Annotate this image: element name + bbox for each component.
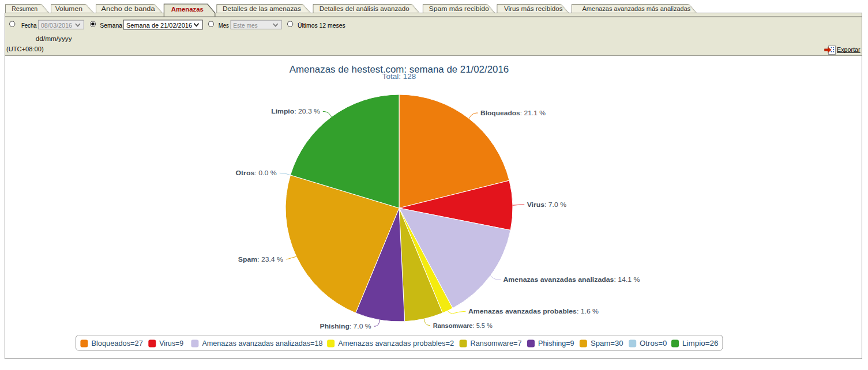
svg-text:dd/mm/yyyy: dd/mm/yyyy	[36, 35, 72, 42]
svg-text:Virus: 7.0 %: Virus: 7.0 %	[527, 201, 567, 208]
svg-text:Mes: Mes	[219, 22, 229, 29]
svg-text:Phishing: 7.0 %: Phishing: 7.0 %	[320, 323, 371, 330]
svg-text:Bloqueados: 21.1 %: Bloqueados: 21.1 %	[480, 110, 546, 116]
svg-text:Resumen: Resumen	[12, 5, 37, 12]
svg-text:Detalles del análisis avanzado: Detalles del análisis avanzado	[320, 5, 409, 12]
svg-text:Últimos 12 meses: Últimos 12 meses	[298, 22, 345, 29]
svg-text:Detalles de las amenazas: Detalles de las amenazas	[223, 5, 301, 12]
svg-text:Amenazas avanzadas analizadas=: Amenazas avanzadas analizadas=18	[202, 339, 322, 348]
svg-text:08/03/2016: 08/03/2016	[41, 22, 73, 29]
svg-text:Amenazas avanzadas más analiza: Amenazas avanzadas más analizadas	[583, 5, 691, 12]
svg-text:Virus=9: Virus=9	[159, 339, 183, 348]
svg-text:Limpio: 20.3 %: Limpio: 20.3 %	[271, 108, 320, 115]
svg-text:Otros: 0.0 %: Otros: 0.0 %	[235, 169, 277, 176]
svg-text:Virus más recibidos: Virus más recibidos	[504, 5, 563, 12]
svg-text:Este mes: Este mes	[233, 22, 258, 29]
svg-text:Spam=30: Spam=30	[591, 339, 623, 348]
svg-text:Ransomware=7: Ransomware=7	[471, 339, 522, 348]
svg-text:Spam más recibido: Spam más recibido	[429, 5, 489, 12]
svg-text:Amenazas avanzadas probables=2: Amenazas avanzadas probables=2	[338, 339, 454, 348]
svg-text:Spam: 23.4 %: Spam: 23.4 %	[238, 256, 283, 263]
svg-text:Ancho de banda: Ancho de banda	[102, 5, 156, 12]
svg-text:Semana: Semana	[100, 22, 123, 29]
svg-text:Total: 128: Total: 128	[382, 73, 416, 81]
svg-text:Volumen: Volumen	[55, 5, 82, 12]
svg-text:(UTC+08:00): (UTC+08:00)	[6, 46, 44, 52]
svg-text:Amenazas avanzadas probables:: Amenazas avanzadas probables: 1.6 %	[468, 308, 599, 315]
svg-text:Otros=0: Otros=0	[640, 339, 667, 348]
svg-text:Bloqueados=27: Bloqueados=27	[91, 339, 143, 348]
svg-text:Fecha: Fecha	[21, 22, 37, 29]
svg-text:Phishing=9: Phishing=9	[538, 339, 574, 348]
svg-text:Semana de 21/02/2016: Semana de 21/02/2016	[126, 22, 192, 29]
svg-text:Ransomware: 5.5 %: Ransomware: 5.5 %	[433, 322, 493, 329]
svg-text:Amenazas avanzadas analizadas:: Amenazas avanzadas analizadas: 14.1 %	[503, 276, 640, 283]
svg-text:Limpio=26: Limpio=26	[682, 339, 719, 348]
svg-text:Amenazas: Amenazas	[171, 6, 204, 13]
svg-text:Exportar: Exportar	[837, 46, 861, 53]
